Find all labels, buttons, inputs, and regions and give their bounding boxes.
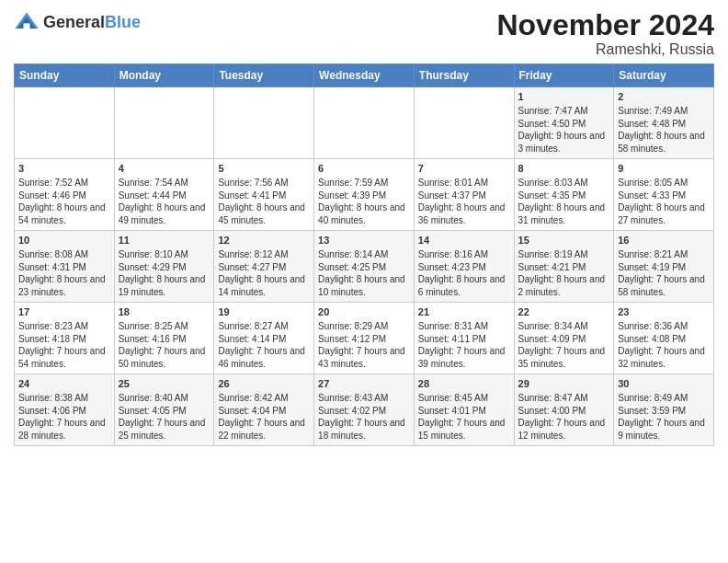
sunrise-15: Sunrise: 8:19 AM [518, 248, 610, 261]
day-number-26: 26 [218, 377, 310, 391]
sunset-3: Sunset: 4:46 PM [18, 190, 110, 202]
daylight-12: Daylight: 8 hours and 14 minutes. [218, 273, 310, 298]
daylight-17: Daylight: 7 hours and 54 minutes. [18, 345, 110, 370]
day-number-29: 29 [518, 377, 610, 391]
calendar-header-wednesday: Wednesday [314, 64, 415, 87]
day-number-10: 10 [18, 234, 110, 247]
sunset-19: Sunset: 4:14 PM [218, 333, 310, 346]
calendar-header-row: SundayMondayTuesdayWednesdayThursdayFrid… [15, 64, 714, 87]
calendar-cell-19: 19Sunrise: 8:27 AMSunset: 4:14 PMDayligh… [214, 303, 314, 374]
calendar-cell-empty [314, 87, 415, 159]
sunset-2: Sunset: 4:48 PM [618, 118, 710, 131]
sunrise-7: Sunrise: 8:01 AM [418, 177, 510, 190]
sunset-28: Sunset: 4:01 PM [418, 405, 510, 418]
daylight-13: Daylight: 8 hours and 10 minutes. [318, 273, 410, 298]
location-title: Rameshki, Russia [496, 41, 714, 58]
calendar-cell-28: 28Sunrise: 8:45 AMSunset: 4:01 PMDayligh… [414, 374, 514, 446]
sunset-5: Sunset: 4:41 PM [218, 190, 310, 202]
sunrise-12: Sunrise: 8:12 AM [218, 248, 310, 261]
sunset-20: Sunset: 4:12 PM [318, 333, 410, 346]
calendar-cell-18: 18Sunrise: 8:25 AMSunset: 4:16 PMDayligh… [114, 303, 214, 374]
calendar-cell-15: 15Sunrise: 8:19 AMSunset: 4:21 PMDayligh… [514, 231, 614, 303]
day-number-6: 6 [318, 162, 410, 176]
calendar-table: SundayMondayTuesdayWednesdayThursdayFrid… [14, 63, 714, 446]
calendar-week-2: 10Sunrise: 8:08 AMSunset: 4:31 PMDayligh… [15, 231, 714, 303]
daylight-11: Daylight: 8 hours and 19 minutes. [119, 273, 210, 298]
calendar-cell-6: 6Sunrise: 7:59 AMSunset: 4:39 PMDaylight… [314, 159, 415, 231]
calendar-cell-2: 2Sunrise: 7:49 AMSunset: 4:48 PMDaylight… [614, 87, 714, 159]
daylight-10: Daylight: 8 hours and 23 minutes. [18, 273, 110, 298]
sunrise-20: Sunrise: 8:29 AM [318, 320, 410, 333]
calendar-header-monday: Monday [114, 64, 214, 87]
sunset-25: Sunset: 4:05 PM [119, 405, 210, 418]
calendar-week-1: 3Sunrise: 7:52 AMSunset: 4:46 PMDaylight… [15, 159, 714, 231]
daylight-24: Daylight: 7 hours and 28 minutes. [18, 417, 110, 442]
sunset-17: Sunset: 4:18 PM [18, 333, 110, 346]
daylight-4: Daylight: 8 hours and 49 minutes. [119, 201, 210, 226]
day-number-19: 19 [218, 305, 310, 319]
daylight-5: Daylight: 8 hours and 45 minutes. [218, 201, 310, 226]
sunrise-2: Sunrise: 7:49 AM [618, 105, 710, 118]
sunrise-29: Sunrise: 8:47 AM [518, 392, 610, 405]
sunrise-17: Sunrise: 8:23 AM [18, 320, 110, 333]
calendar-cell-27: 27Sunrise: 8:43 AMSunset: 4:02 PMDayligh… [314, 374, 415, 446]
daylight-7: Daylight: 8 hours and 36 minutes. [418, 201, 510, 226]
calendar-cell-20: 20Sunrise: 8:29 AMSunset: 4:12 PMDayligh… [314, 303, 415, 374]
sunrise-11: Sunrise: 8:10 AM [119, 248, 210, 261]
day-number-30: 30 [618, 377, 710, 391]
daylight-14: Daylight: 8 hours and 6 minutes. [418, 273, 510, 298]
calendar-header-saturday: Saturday [614, 64, 714, 87]
daylight-25: Daylight: 7 hours and 25 minutes. [119, 417, 210, 442]
header-row: GeneralBlue November 2024 Rameshki, Russ… [14, 9, 714, 58]
sunrise-10: Sunrise: 8:08 AM [18, 248, 110, 261]
logo: GeneralBlue [14, 9, 141, 35]
daylight-18: Daylight: 7 hours and 50 minutes. [119, 345, 210, 370]
month-title: November 2024 [496, 9, 714, 41]
daylight-29: Daylight: 7 hours and 12 minutes. [518, 417, 610, 442]
day-number-1: 1 [518, 90, 610, 104]
calendar-cell-24: 24Sunrise: 8:38 AMSunset: 4:06 PMDayligh… [15, 374, 115, 446]
day-number-5: 5 [218, 162, 310, 176]
day-number-8: 8 [518, 162, 610, 176]
daylight-19: Daylight: 7 hours and 46 minutes. [218, 345, 310, 370]
calendar-cell-25: 25Sunrise: 8:40 AMSunset: 4:05 PMDayligh… [114, 374, 214, 446]
sunrise-21: Sunrise: 8:31 AM [418, 320, 510, 333]
sunset-23: Sunset: 4:08 PM [618, 333, 710, 346]
calendar-cell-7: 7Sunrise: 8:01 AMSunset: 4:37 PMDaylight… [414, 159, 514, 231]
sunset-15: Sunset: 4:21 PM [518, 261, 610, 274]
sunset-29: Sunset: 4:00 PM [518, 405, 610, 418]
daylight-15: Daylight: 8 hours and 2 minutes. [518, 273, 610, 298]
day-number-7: 7 [418, 162, 510, 176]
sunset-7: Sunset: 4:37 PM [418, 190, 510, 202]
sunset-4: Sunset: 4:44 PM [119, 190, 210, 202]
calendar-header-thursday: Thursday [414, 64, 514, 87]
calendar-cell-empty [15, 87, 115, 159]
sunset-10: Sunset: 4:31 PM [18, 261, 110, 274]
day-number-14: 14 [418, 234, 510, 247]
logo-text: GeneralBlue [43, 13, 141, 32]
calendar-cell-30: 30Sunrise: 8:49 AMSunset: 3:59 PMDayligh… [614, 374, 714, 446]
calendar-cell-10: 10Sunrise: 8:08 AMSunset: 4:31 PMDayligh… [15, 231, 115, 303]
calendar-cell-26: 26Sunrise: 8:42 AMSunset: 4:04 PMDayligh… [214, 374, 314, 446]
calendar-header-tuesday: Tuesday [214, 64, 314, 87]
logo-general: General [43, 13, 105, 31]
calendar-cell-4: 4Sunrise: 7:54 AMSunset: 4:44 PMDaylight… [114, 159, 214, 231]
sunrise-22: Sunrise: 8:34 AM [518, 320, 610, 333]
calendar-cell-29: 29Sunrise: 8:47 AMSunset: 4:00 PMDayligh… [514, 374, 614, 446]
sunset-6: Sunset: 4:39 PM [318, 190, 410, 202]
daylight-23: Daylight: 7 hours and 32 minutes. [618, 345, 710, 370]
daylight-3: Daylight: 8 hours and 54 minutes. [18, 201, 110, 226]
sunrise-9: Sunrise: 8:05 AM [618, 177, 710, 190]
day-number-24: 24 [18, 377, 110, 391]
calendar-cell-5: 5Sunrise: 7:56 AMSunset: 4:41 PMDaylight… [214, 159, 314, 231]
day-number-9: 9 [618, 162, 710, 176]
day-number-11: 11 [119, 234, 210, 247]
daylight-28: Daylight: 7 hours and 15 minutes. [418, 417, 510, 442]
sunset-11: Sunset: 4:29 PM [119, 261, 210, 274]
sunset-12: Sunset: 4:27 PM [218, 261, 310, 274]
calendar-header-sunday: Sunday [15, 64, 115, 87]
sunset-1: Sunset: 4:50 PM [518, 118, 610, 131]
day-number-17: 17 [18, 305, 110, 319]
day-number-15: 15 [518, 234, 610, 247]
calendar-cell-1: 1Sunrise: 7:47 AMSunset: 4:50 PMDaylight… [514, 87, 614, 159]
